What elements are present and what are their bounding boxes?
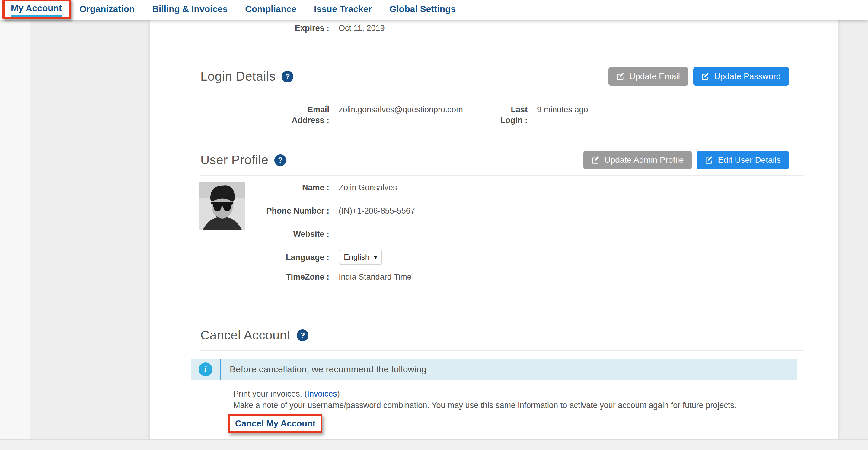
login-details-title: Login Details — [200, 69, 276, 84]
name-row: Name : Zolin Gonsalves — [200, 182, 804, 193]
update-admin-profile-button[interactable]: Update Admin Profile — [583, 151, 692, 170]
help-icon[interactable]: ? — [297, 330, 308, 341]
website-row: Website : — [200, 229, 804, 240]
name-value: Zolin Gonsalves — [339, 182, 804, 193]
cancel-account-section: Cancel Account ? i Before cancellation, … — [200, 326, 804, 433]
print-invoices-line: Print your invoices. (Invoices) — [233, 388, 804, 399]
button-label: Update Password — [714, 71, 781, 81]
section-divider — [200, 350, 804, 351]
banner-text: Before cancellation, we recommend the fo… — [230, 359, 427, 380]
phone-number-value: (IN)+1-206-855-5567 — [339, 206, 804, 216]
website-label: Website : — [200, 229, 329, 240]
cancel-account-title: Cancel Account — [200, 328, 291, 342]
language-label: Language : — [200, 252, 329, 263]
tab-my-account[interactable]: My Account — [11, 3, 62, 17]
red-annotation-box: Cancel My Account — [228, 414, 322, 433]
section-divider — [200, 91, 804, 92]
timezone-row: TimeZone : India Standard Time — [200, 272, 804, 282]
chevron-down-icon: ▾ — [374, 254, 377, 261]
user-profile-section: User Profile ? Update Admin Profile Edit… — [200, 150, 804, 282]
cancellation-recommendations: Print your invoices. (Invoices) Make a n… — [233, 388, 804, 411]
last-login-label: Last Login : — [499, 104, 528, 126]
profile-photo — [199, 182, 245, 230]
login-fields-row: Email Address : zolin.gonsalves@question… — [200, 104, 804, 126]
edit-icon — [705, 156, 713, 164]
help-icon[interactable]: ? — [274, 154, 286, 166]
tab-label: Organization — [80, 4, 134, 16]
banner-divider-line — [220, 359, 221, 380]
button-label: Edit User Details — [718, 155, 781, 165]
account-content-panel: Expires : Oct 11, 2019 Login Details ? U… — [150, 20, 838, 440]
user-profile-title: User Profile — [200, 153, 268, 167]
button-label: Update Admin Profile — [604, 155, 684, 165]
edit-icon — [592, 156, 600, 164]
tab-label: Compliance — [245, 4, 297, 16]
top-navigation: My Account Organization Billing & Invoic… — [0, 0, 868, 20]
language-dropdown[interactable]: English ▾ — [339, 250, 382, 265]
tab-compliance[interactable]: Compliance — [245, 4, 297, 16]
expires-value: Oct 11, 2019 — [339, 23, 804, 33]
tab-label: Issue Tracker — [314, 4, 372, 16]
help-icon[interactable]: ? — [282, 71, 293, 83]
last-login-value: 9 minutes ago — [537, 104, 804, 126]
left-sidebar-strip — [0, 20, 30, 440]
update-email-button[interactable]: Update Email — [609, 67, 688, 86]
timezone-label: TimeZone : — [200, 272, 329, 282]
language-selected-value: English — [344, 252, 369, 262]
phone-row: Phone Number : (IN)+1-206-855-5567 — [200, 206, 804, 216]
tab-organization[interactable]: Organization — [80, 4, 134, 16]
expires-label: Expires : — [200, 23, 329, 33]
cancel-my-account-link[interactable]: Cancel My Account — [235, 419, 315, 428]
language-row: Language : English ▾ — [200, 252, 804, 265]
tab-label: Global Settings — [389, 4, 456, 16]
tab-billing-invoices[interactable]: Billing & Invoices — [152, 4, 227, 16]
timezone-value: India Standard Time — [339, 272, 804, 282]
edit-icon — [617, 72, 625, 81]
tab-global-settings[interactable]: Global Settings — [389, 4, 456, 16]
email-address-label: Email Address : — [277, 104, 329, 126]
info-icon: i — [198, 362, 213, 376]
edit-icon — [702, 72, 710, 81]
email-address-value: zolin.gonsalves@questionpro.com — [339, 104, 490, 126]
login-details-section: Login Details ? Update Email Update Pass… — [200, 67, 804, 126]
tab-issue-tracker[interactable]: Issue Tracker — [314, 4, 372, 16]
bottom-strip — [0, 440, 868, 450]
line1-suffix: ) — [337, 389, 340, 398]
update-password-button[interactable]: Update Password — [693, 67, 789, 86]
cancellation-info-banner: i Before cancellation, we recommend the … — [191, 359, 797, 380]
license-expires-row: Expires : Oct 11, 2019 — [200, 20, 804, 33]
username-password-line: Make a note of your username/password co… — [233, 399, 804, 411]
line1-prefix: Print your invoices. ( — [233, 389, 307, 398]
edit-user-details-button[interactable]: Edit User Details — [697, 151, 789, 170]
invoices-link[interactable]: Invoices — [307, 389, 337, 398]
tab-label: Billing & Invoices — [152, 4, 227, 16]
button-label: Update Email — [629, 71, 680, 81]
tab-label: My Account — [11, 3, 62, 17]
